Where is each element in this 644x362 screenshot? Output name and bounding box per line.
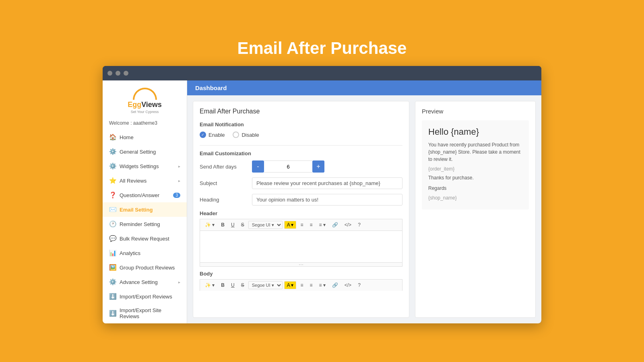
- header-editor-body[interactable]: [200, 230, 402, 263]
- widgets-settings-arrow: ▸: [178, 164, 180, 169]
- disable-label: Disable: [242, 132, 259, 138]
- body-tb-magic-btn[interactable]: ✨ ▾: [202, 281, 217, 289]
- home-icon: 🏠: [109, 134, 116, 141]
- all-reviews-icon: ⭐: [109, 177, 116, 184]
- tb-highlight-btn[interactable]: A ▾: [284, 221, 297, 229]
- body-section-label: Body: [200, 271, 402, 277]
- group-product-reviews-icon: 🖼️: [109, 264, 116, 271]
- main-content: Dashboard Email After Purchase Email Not…: [187, 80, 541, 323]
- advance-setting-icon: ⚙️: [109, 278, 116, 286]
- body-tb-font-select[interactable]: Segoe UI ▾: [248, 281, 283, 289]
- dashboard-header: Dashboard: [187, 80, 541, 95]
- heading-input[interactable]: [252, 194, 402, 206]
- body-tb-highlight-btn[interactable]: A ▾: [284, 281, 297, 289]
- form-panel: Email After Purchase Email Notification …: [193, 101, 409, 318]
- sidebar-item-bulk-review-request[interactable]: 💬Bulk Review Request: [103, 231, 187, 246]
- browser-window: EggViews Set Your Cypress Welcome : aaat…: [103, 66, 541, 323]
- advance-setting-arrow: ▸: [178, 280, 180, 284]
- sidebar-item-group-product-reviews[interactable]: 🖼️Group Product Reviews: [103, 260, 187, 275]
- general-setting-label: General Setting: [120, 149, 156, 155]
- import-export-reviews-label: Import/Export Reviews: [120, 294, 172, 300]
- email-notification-label: Email Notification: [200, 121, 402, 128]
- bulk-review-request-label: Bulk Review Request: [120, 236, 169, 242]
- tb-font-select[interactable]: Segoe UI ▾: [248, 221, 283, 229]
- preview-title: Preview: [422, 108, 529, 115]
- days-plus-btn[interactable]: +: [312, 160, 324, 173]
- sidebar-item-import-export-site-reviews[interactable]: ⬇️Import/Export Site Reviews: [103, 304, 187, 323]
- body-tb-bold-btn[interactable]: B: [219, 281, 227, 289]
- all-reviews-label: All Reviews: [120, 178, 147, 184]
- home-label: Home: [120, 134, 134, 140]
- body-tb-link-btn[interactable]: 🔗: [330, 281, 341, 289]
- sidebar-item-widgets-settings[interactable]: ⚙️Widgets Settings▸: [103, 159, 187, 173]
- body-tb-ul-btn[interactable]: ≡: [298, 281, 305, 289]
- page-title: Email After Purchase: [237, 39, 407, 58]
- bulk-review-request-icon: 💬: [109, 235, 116, 242]
- sidebar-item-import-export-reviews[interactable]: ⬇️Import/Export Reviews: [103, 289, 187, 304]
- sidebar-item-home[interactable]: 🏠Home: [103, 130, 187, 144]
- question-answer-badge: 3: [173, 193, 180, 198]
- header-editor-resize[interactable]: [200, 263, 402, 267]
- sidebar-item-advance-setting[interactable]: ⚙️Advance Setting▸: [103, 275, 187, 289]
- tb-link-btn[interactable]: 🔗: [330, 221, 341, 229]
- logo-arc: [133, 88, 157, 100]
- days-value: 6: [264, 160, 312, 173]
- import-export-site-reviews-label: Import/Export Site Reviews: [120, 307, 180, 319]
- tb-code-btn[interactable]: </>: [342, 221, 354, 229]
- body-tb-strike-btn[interactable]: S: [239, 281, 247, 289]
- header-toolbar: ✨ ▾ B U S Segoe UI ▾ A ▾ ≡ ≡ ≡ ▾ 🔗 </>: [200, 219, 402, 230]
- subject-row: Subject: [200, 177, 402, 189]
- body-tb-help-btn[interactable]: ?: [355, 281, 363, 289]
- logo-text: EggViews: [109, 101, 180, 109]
- sidebar-item-analytics[interactable]: 📊Analytics: [103, 246, 187, 260]
- sidebar-item-question-answer[interactable]: ❓Question/Answer3: [103, 188, 187, 202]
- sidebar-item-general-setting[interactable]: ⚙️General Setting: [103, 144, 187, 159]
- sidebar-nav: 🏠Home⚙️General Setting⚙️Widgets Settings…: [103, 130, 187, 323]
- enable-radio[interactable]: Enable: [200, 132, 225, 138]
- sidebar: EggViews Set Your Cypress Welcome : aaat…: [103, 80, 187, 323]
- tb-bold-btn[interactable]: B: [219, 221, 227, 229]
- sidebar-logo: EggViews Set Your Cypress: [103, 80, 187, 118]
- tb-ul-btn[interactable]: ≡: [298, 221, 305, 229]
- enable-label: Enable: [208, 132, 225, 138]
- body-tb-ol-btn[interactable]: ≡: [307, 281, 315, 289]
- tb-magic-btn[interactable]: ✨ ▾: [202, 221, 217, 229]
- tb-strike-btn[interactable]: S: [239, 221, 247, 229]
- preview-shop-name: {shop_name}: [428, 195, 522, 201]
- disable-radio[interactable]: Disable: [233, 132, 259, 138]
- logo-egg: Egg: [128, 101, 141, 109]
- subject-input[interactable]: [252, 177, 402, 189]
- logo-views: Views: [141, 101, 162, 109]
- preview-regards: Regards: [428, 185, 522, 192]
- preview-order-item: {order_item}: [428, 166, 522, 172]
- preview-hello: Hello {name}: [428, 127, 522, 137]
- subject-label: Subject: [200, 180, 248, 186]
- tb-ol-btn[interactable]: ≡: [307, 221, 315, 229]
- sidebar-item-all-reviews[interactable]: ⭐All Reviews▸: [103, 173, 187, 188]
- all-reviews-arrow: ▸: [178, 179, 180, 183]
- email-setting-label: Email Setting: [120, 207, 153, 213]
- disable-radio-circle: [233, 132, 239, 138]
- group-product-reviews-label: Group Product Reviews: [120, 265, 175, 271]
- heading-row: Heading: [200, 194, 402, 206]
- browser-dot-1: [107, 71, 112, 76]
- preview-panel: Preview Hello {name} You have recently p…: [415, 101, 536, 318]
- tb-underline-btn[interactable]: U: [229, 221, 237, 229]
- sidebar-item-installation-instruction[interactable]: ℹ️Installation Instruction: [103, 323, 187, 323]
- body-tb-code-btn[interactable]: </>: [342, 281, 354, 289]
- browser-content: EggViews Set Your Cypress Welcome : aaat…: [103, 80, 541, 323]
- reminder-setting-icon: 🕐: [109, 220, 116, 228]
- sidebar-welcome: Welcome : aaatheme3: [103, 118, 187, 130]
- browser-dot-2: [116, 71, 120, 76]
- import-export-site-reviews-icon: ⬇️: [109, 310, 116, 317]
- tb-align-btn[interactable]: ≡ ▾: [316, 221, 328, 229]
- notification-row: Enable Disable: [200, 132, 402, 138]
- sidebar-item-reminder-setting[interactable]: 🕐Reminder Setting: [103, 217, 187, 231]
- tb-help-btn[interactable]: ?: [355, 221, 363, 229]
- sidebar-item-email-setting[interactable]: ✉️Email Setting: [103, 202, 187, 217]
- days-minus-btn[interactable]: -: [252, 160, 264, 173]
- enable-radio-circle: [200, 132, 206, 138]
- body-tb-underline-btn[interactable]: U: [229, 281, 237, 289]
- body-tb-align-btn[interactable]: ≡ ▾: [316, 281, 328, 289]
- widgets-settings-icon: ⚙️: [109, 162, 116, 170]
